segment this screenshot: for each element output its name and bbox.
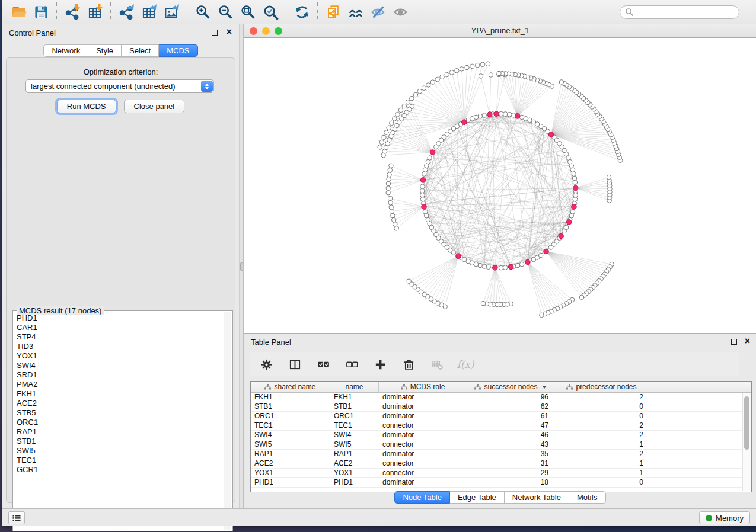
table-cell: 29 bbox=[467, 469, 554, 477]
delete-column-button[interactable] bbox=[400, 355, 417, 373]
export-image-button[interactable] bbox=[160, 1, 183, 23]
table-cell: PHD1 bbox=[330, 478, 379, 487]
mcds-result-item[interactable]: ORC1 bbox=[14, 418, 223, 427]
mcds-result-item[interactable]: STB1 bbox=[14, 437, 223, 446]
save-session-button[interactable] bbox=[30, 1, 52, 23]
mcds-result-item[interactable]: PHD1 bbox=[14, 313, 223, 323]
close-panel-button[interactable]: Close panel bbox=[124, 100, 185, 113]
column-header-MCDS-role[interactable]: MCDS role bbox=[379, 382, 467, 392]
refresh-view-button[interactable] bbox=[291, 1, 313, 23]
mcds-result-item[interactable]: SRD1 bbox=[14, 370, 223, 380]
table-tab-edge-table[interactable]: Edge Table bbox=[450, 491, 505, 504]
column-header-predecessor-nodes[interactable]: predecessor nodes bbox=[554, 382, 649, 392]
network-mcds-hub-node bbox=[462, 120, 467, 125]
table-scrollbar-thumb[interactable] bbox=[744, 396, 749, 450]
zoom-window-button[interactable] bbox=[275, 27, 282, 35]
table-panel-title: Table Panel bbox=[251, 338, 291, 347]
network-node bbox=[486, 265, 491, 270]
export-image-icon bbox=[164, 4, 180, 20]
import-network-button[interactable] bbox=[61, 1, 84, 23]
select-all-button[interactable] bbox=[314, 355, 332, 373]
table-tab-node-table[interactable]: Node Table bbox=[394, 491, 450, 504]
column-header-name[interactable]: name bbox=[330, 382, 379, 392]
mcds-result-item[interactable]: FKH1 bbox=[14, 389, 223, 399]
column-header-shared-name[interactable]: shared name bbox=[251, 382, 330, 392]
zoom-in-button[interactable] bbox=[192, 1, 214, 23]
open-session-button[interactable] bbox=[7, 1, 30, 23]
zoom-out-button[interactable] bbox=[214, 1, 237, 23]
birds-eye-view-button[interactable] bbox=[344, 1, 367, 23]
memory-button[interactable]: Memory bbox=[699, 511, 750, 524]
table-row[interactable]: STB1STB1dominator620 bbox=[251, 402, 751, 412]
copy-view-button[interactable] bbox=[322, 1, 344, 23]
run-mcds-button[interactable]: Run MCDS bbox=[57, 100, 116, 113]
table-row[interactable]: TEC1TEC1connector472 bbox=[251, 421, 751, 431]
zoom-selected-button[interactable] bbox=[259, 1, 282, 23]
table-tab-network-table[interactable]: Network Table bbox=[505, 491, 569, 504]
mcds-result-item[interactable]: TEC1 bbox=[14, 456, 223, 465]
column-settings-button[interactable] bbox=[257, 355, 275, 373]
column-header-successor-nodes[interactable]: successor nodes bbox=[467, 382, 554, 392]
table-tab-motifs[interactable]: Motifs bbox=[569, 491, 606, 504]
table-row[interactable]: ACE2ACE2connector311 bbox=[251, 459, 751, 469]
close-window-button[interactable] bbox=[250, 27, 257, 35]
table-scrollbar[interactable] bbox=[742, 393, 751, 491]
import-table-button[interactable] bbox=[84, 1, 106, 23]
split-panel-button[interactable] bbox=[286, 355, 304, 373]
table-row[interactable]: YOX1YOX1connector291 bbox=[251, 469, 751, 478]
mcds-result-item[interactable]: YOX1 bbox=[14, 351, 223, 361]
float-table-panel-icon[interactable] bbox=[731, 339, 737, 345]
mcds-result-item[interactable]: SWI5 bbox=[14, 446, 223, 456]
network-satellite-node bbox=[395, 112, 400, 117]
vertical-splitter[interactable] bbox=[239, 24, 244, 508]
deselect-all-button[interactable] bbox=[343, 355, 361, 373]
search-input[interactable] bbox=[634, 7, 739, 18]
network-canvas[interactable] bbox=[244, 38, 756, 332]
float-panel-icon[interactable] bbox=[212, 30, 218, 36]
mcds-result-item[interactable]: PMA2 bbox=[14, 380, 223, 389]
task-history-button[interactable] bbox=[8, 511, 25, 524]
table-cell: 0 bbox=[554, 478, 649, 487]
network-satellite-node bbox=[460, 67, 464, 72]
node-table: shared namenameMCDS rolesuccessor nodesp… bbox=[250, 381, 752, 492]
mcds-result-item[interactable]: RAP1 bbox=[14, 427, 223, 437]
close-table-panel-icon[interactable]: × bbox=[745, 336, 750, 347]
minimize-window-button[interactable] bbox=[262, 27, 270, 35]
add-column-button[interactable] bbox=[371, 355, 389, 373]
table-row[interactable]: RAP1RAP1dominator352 bbox=[251, 450, 751, 459]
delete-column-icon bbox=[403, 358, 415, 371]
mcds-result-list[interactable]: PHD1CAR1STP4TID3YOX1SWI4SRD1PMA2FKH1ACE2… bbox=[14, 313, 223, 530]
table-row[interactable]: FKH1FKH1dominator962 bbox=[251, 393, 751, 402]
export-network-button[interactable] bbox=[115, 1, 138, 23]
mcds-list-scrollbar[interactable] bbox=[224, 312, 231, 530]
table-row[interactable]: ORC1ORC1dominator610 bbox=[251, 412, 751, 421]
search-box[interactable] bbox=[620, 5, 739, 19]
export-table-button[interactable] bbox=[138, 1, 160, 23]
tab-style[interactable]: Style bbox=[88, 44, 122, 57]
mcds-result-item[interactable]: GCR1 bbox=[14, 465, 223, 475]
tab-mcds[interactable]: MCDS bbox=[159, 44, 197, 57]
network-graph[interactable] bbox=[244, 38, 756, 332]
tab-select[interactable]: Select bbox=[122, 44, 159, 57]
mcds-result-item[interactable]: STB5 bbox=[14, 408, 223, 418]
mcds-result-item[interactable]: STP4 bbox=[14, 332, 223, 342]
show-graphics-details-button[interactable] bbox=[390, 1, 412, 23]
network-node bbox=[499, 111, 503, 116]
table-row[interactable]: PHD1PHD1dominator180 bbox=[251, 478, 751, 488]
table-cell: 35 bbox=[467, 450, 554, 459]
hide-graphics-details-button[interactable] bbox=[367, 1, 390, 23]
splitter-grip[interactable] bbox=[240, 262, 243, 271]
mcds-result-item[interactable]: CAR1 bbox=[14, 323, 223, 332]
mcds-result-item[interactable]: SWI4 bbox=[14, 361, 223, 370]
mcds-result-item[interactable]: ACE2 bbox=[14, 399, 223, 408]
tab-network[interactable]: Network bbox=[43, 44, 88, 57]
mcds-result-item[interactable]: TID3 bbox=[14, 342, 223, 351]
network-satellite-node bbox=[387, 172, 392, 177]
table-row[interactable]: SWI5SWI5connector431 bbox=[251, 440, 751, 450]
table-row[interactable]: SWI4SWI4dominator462 bbox=[251, 431, 751, 440]
status-bar: Memory bbox=[2, 508, 756, 526]
network-node bbox=[503, 265, 508, 270]
optimization-criterion-dropdown[interactable]: largest connected component (undirected) bbox=[25, 79, 214, 93]
close-panel-icon[interactable]: × bbox=[227, 27, 232, 37]
zoom-fit-button[interactable] bbox=[237, 1, 259, 23]
